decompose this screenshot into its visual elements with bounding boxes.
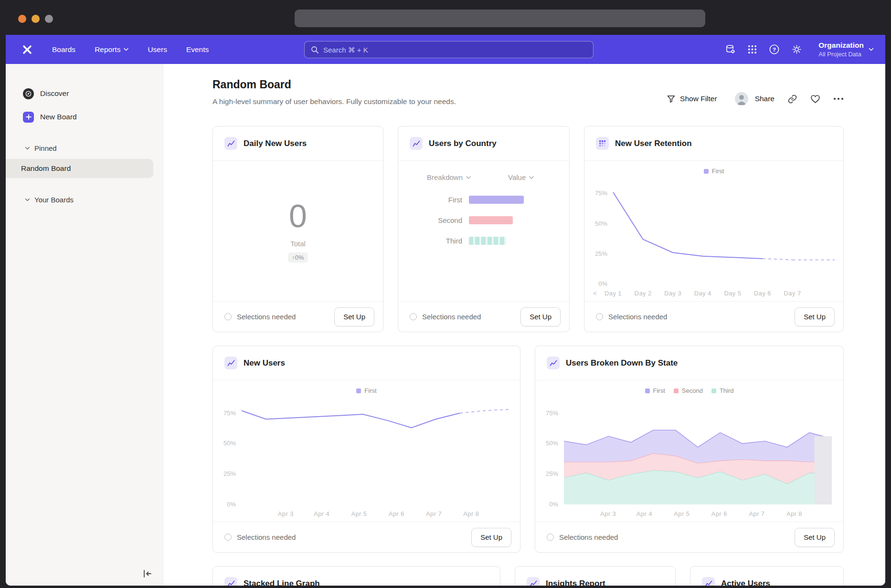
legend-swatch — [645, 388, 650, 393]
window-close-button[interactable] — [18, 15, 26, 23]
card-users-by-country: Users by Country Breakdown Value — [398, 126, 570, 332]
card-header: Users Broken Down By State — [535, 346, 843, 380]
bar-label: First — [413, 196, 469, 204]
global-search[interactable] — [304, 41, 594, 58]
line-chart-icon — [410, 137, 423, 150]
sidebar-item-new-board[interactable]: New Board — [6, 107, 163, 126]
pinned-section-toggle[interactable]: Pinned — [6, 140, 163, 156]
chart-legend: First Second Third — [535, 387, 843, 394]
nav-boards[interactable]: Boards — [52, 45, 75, 54]
card-header: New User Retention — [584, 126, 843, 161]
new-users-chart-body: First 75%50%25%0%Apr 3Apr 4Apr 5Apr 6Apr… — [213, 380, 520, 522]
sidebar-section-your-boards: Your Boards — [6, 191, 163, 208]
legend-swatch — [704, 169, 709, 174]
svg-text:Day 3: Day 3 — [664, 290, 681, 297]
retention-chart-body: First 75%50%25%0%Day 1Day 2Day 3Day 4Day… — [584, 161, 843, 301]
chevron-down-icon — [124, 48, 128, 51]
legend-swatch — [711, 388, 716, 393]
section-label: Pinned — [34, 144, 57, 152]
legend-entry: First — [704, 168, 724, 175]
chevron-down-icon — [869, 48, 874, 51]
card-title: New User Retention — [615, 139, 692, 148]
card-header: New Users — [213, 346, 520, 380]
legend-entry: First — [356, 387, 376, 394]
bar-row: First — [413, 196, 552, 204]
help-icon[interactable]: ? — [769, 44, 780, 55]
svg-text:Apr 7: Apr 7 — [426, 510, 442, 517]
setup-button[interactable]: Set Up — [795, 528, 835, 547]
browser-url-bar[interactable] — [295, 10, 705, 27]
card-insights-report: Insights Report — [515, 566, 676, 586]
line-chart-icon — [547, 357, 560, 369]
heart-icon[interactable] — [810, 94, 820, 104]
nav-events[interactable]: Events — [186, 45, 209, 54]
svg-text:Apr 6: Apr 6 — [711, 510, 727, 517]
chevron-down-icon — [466, 176, 471, 179]
legend-swatch — [674, 388, 679, 393]
section-label: Your Boards — [34, 196, 74, 204]
sidebar-item-discover[interactable]: Discover — [6, 84, 163, 103]
more-options-icon[interactable] — [833, 97, 844, 100]
svg-text:0%: 0% — [598, 280, 607, 287]
share-button[interactable]: Share — [755, 94, 774, 103]
sidebar-item-label: Discover — [40, 89, 69, 98]
data-management-icon[interactable] — [725, 44, 736, 55]
apps-grid-icon[interactable] — [747, 44, 757, 54]
card-title: Insights Report — [546, 579, 605, 586]
sidebar-item-random-board[interactable]: Random Board — [6, 159, 153, 178]
legend-label: Third — [720, 387, 734, 394]
metric-delta-badge: ↑0% — [288, 252, 308, 262]
line-chart-icon — [224, 137, 237, 150]
new-users-line-chart: 75%50%25%0%Apr 3Apr 4Apr 5Apr 6Apr 7Apr … — [215, 395, 516, 520]
setup-button[interactable]: Set Up — [334, 307, 374, 326]
selection-status-icon — [547, 534, 554, 541]
svg-text:75%: 75% — [223, 410, 236, 417]
setup-button[interactable]: Set Up — [795, 307, 835, 326]
your-boards-section-toggle[interactable]: Your Boards — [6, 191, 163, 208]
value-dropdown[interactable]: Value — [508, 173, 534, 181]
svg-text:50%: 50% — [546, 440, 558, 447]
svg-text:50%: 50% — [595, 220, 607, 227]
setup-button[interactable]: Set Up — [471, 528, 511, 547]
card-header: Active Users — [690, 567, 843, 586]
setup-button[interactable]: Set Up — [520, 307, 561, 326]
line-chart-icon — [702, 577, 715, 586]
selection-status-icon — [596, 313, 603, 320]
nav-reports[interactable]: Reports — [95, 45, 128, 54]
svg-text:Day 4: Day 4 — [694, 290, 711, 297]
svg-text:Day 2: Day 2 — [635, 290, 652, 297]
bar-label: Third — [413, 237, 469, 245]
window-titlebar — [0, 0, 891, 35]
metric-body: 0 Total ↑0% — [213, 161, 383, 301]
svg-text:75%: 75% — [546, 410, 558, 417]
avatar[interactable] — [734, 92, 749, 106]
chart-legend: First — [584, 168, 843, 175]
metric-label: Total — [290, 240, 306, 248]
board-link-label: Random Board — [21, 164, 71, 173]
breakdown-dropdown[interactable]: Breakdown — [427, 173, 471, 181]
window-zoom-button[interactable] — [45, 15, 53, 23]
show-filter-button[interactable]: Show Filter — [667, 94, 717, 104]
window-controls — [18, 15, 53, 23]
nav-users[interactable]: Users — [148, 45, 167, 54]
bar-first — [469, 196, 524, 204]
org-switcher[interactable]: Organization All Project Data — [818, 41, 874, 58]
collapse-sidebar-icon[interactable] — [143, 569, 152, 578]
svg-text:?: ? — [773, 47, 776, 52]
navbar-right-cluster: ? Organization All Project Data — [725, 41, 874, 58]
card-title: Users by Country — [429, 139, 497, 148]
sidebar-item-label: New Board — [40, 113, 77, 121]
svg-text:Apr 3: Apr 3 — [278, 510, 294, 517]
svg-text:Apr 3: Apr 3 — [600, 510, 616, 517]
page-title: Random Board — [212, 78, 844, 91]
settings-gear-icon[interactable] — [791, 44, 802, 55]
bar-second — [469, 216, 513, 224]
svg-text:<: < — [593, 290, 597, 297]
svg-text:Apr 6: Apr 6 — [389, 510, 404, 517]
link-icon[interactable] — [787, 94, 797, 104]
window-minimize-button[interactable] — [32, 15, 40, 23]
mixpanel-logo[interactable] — [21, 44, 33, 55]
card-title: New Users — [244, 358, 285, 368]
svg-text:Apr 5: Apr 5 — [674, 510, 689, 517]
search-input[interactable] — [323, 46, 587, 54]
